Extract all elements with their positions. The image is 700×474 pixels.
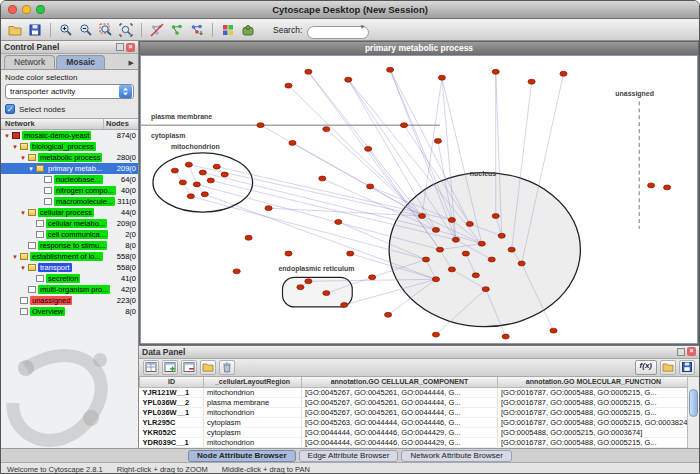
expander-icon[interactable]: ▼ [20, 210, 28, 216]
search-combo-arrow-icon[interactable]: ▼ [359, 24, 365, 30]
graph-node[interactable] [345, 77, 352, 82]
graph-node[interactable] [664, 185, 671, 190]
table-column-header[interactable]: annotation.GO MOLECULAR_FUNCTION [498, 377, 690, 388]
float-panel-icon[interactable] [116, 43, 124, 51]
create-attribute-icon[interactable] [162, 360, 178, 375]
plugin-manager-icon[interactable] [239, 21, 257, 39]
tree-column-nodes[interactable]: Nodes [104, 119, 138, 129]
table-column-header[interactable]: annotation.GO CELLULAR_COMPONENT [302, 377, 498, 388]
graph-node[interactable] [400, 123, 407, 128]
graph-node[interactable] [305, 69, 312, 74]
tree-row[interactable]: ▼biological_process [1, 141, 138, 152]
delete-attribute-icon[interactable] [181, 360, 197, 375]
graph-node[interactable] [385, 312, 392, 317]
table-row[interactable]: YPL036W__2plasma membrane[GO:0045267, GO… [140, 398, 690, 408]
graph-node[interactable] [452, 237, 459, 242]
save-session-icon[interactable] [26, 21, 44, 39]
graph-node[interactable] [436, 247, 443, 252]
table-row[interactable]: YJR121W__1mitochondrion[GO:0045267, GO:0… [140, 388, 690, 398]
graph-node[interactable] [482, 287, 489, 292]
graph-node[interactable] [550, 328, 557, 333]
graph-node[interactable] [478, 241, 485, 246]
tree-row[interactable]: cell communica...2(0 [1, 229, 138, 240]
close-panel-icon[interactable]: × [126, 43, 135, 52]
graph-node[interactable] [492, 69, 499, 74]
graph-edge[interactable] [269, 208, 422, 216]
graph-node[interactable] [193, 182, 200, 187]
tree-row[interactable]: nucleobase...64(0 [1, 174, 138, 185]
tree-row[interactable]: ▼primary metab...209(0 [1, 163, 138, 174]
expander-icon[interactable]: ▼ [20, 155, 28, 161]
tab-node-attribute-browser[interactable]: Node Attribute Browser [188, 450, 296, 462]
graph-node[interactable] [448, 218, 455, 223]
tab-network[interactable]: Network [4, 55, 55, 69]
graph-node[interactable] [488, 257, 495, 262]
expander-icon[interactable]: ▼ [28, 166, 36, 172]
expander-icon[interactable]: ▼ [20, 265, 28, 271]
close-window-icon[interactable] [8, 5, 17, 14]
graph-node[interactable] [367, 184, 374, 189]
graph-node[interactable] [171, 168, 178, 173]
graph-node[interactable] [221, 172, 228, 177]
close-panel-icon[interactable]: × [687, 347, 696, 356]
graph-node[interactable] [508, 247, 515, 252]
network-graph[interactable]: plasma membranecytoplasmmitochondrionnuc… [141, 56, 697, 343]
table-row[interactable]: YLR295Ccytoplasm[GO:0045263, GO:0044444,… [140, 418, 690, 428]
tree-row[interactable]: macromolecule...311(0 [1, 196, 138, 207]
hide-selected-icon[interactable] [148, 21, 166, 39]
expander-icon[interactable]: ▼ [4, 133, 12, 139]
graph-node[interactable] [245, 235, 252, 240]
table-row[interactable]: YDR039C__1mitochondrion[GO:0044444, GO:0… [140, 438, 690, 448]
network-view-title[interactable]: primary metabolic process [140, 42, 698, 55]
tree-row[interactable]: ▼mosaic-demo-yeast874(0 [1, 130, 138, 141]
graph-node[interactable] [285, 83, 292, 88]
graph-node[interactable] [323, 291, 330, 296]
graph-node[interactable] [472, 273, 479, 278]
graph-edge[interactable] [261, 125, 422, 216]
graph-edge[interactable] [308, 72, 422, 216]
select-attributes-icon[interactable] [143, 360, 159, 375]
graph-node[interactable] [289, 140, 296, 145]
graph-node[interactable] [560, 71, 567, 76]
graph-node[interactable] [323, 127, 330, 132]
tree-row[interactable]: ▼transport558(0 [1, 262, 138, 273]
graph-node[interactable] [185, 162, 192, 167]
tree-row[interactable]: nitrogen compo...40(0 [1, 185, 138, 196]
delete-row-icon[interactable] [219, 360, 235, 375]
graph-node[interactable] [257, 123, 264, 128]
zoom-out-icon[interactable] [77, 21, 95, 39]
graph-node[interactable] [648, 183, 655, 188]
graph-node[interactable] [418, 214, 425, 219]
expander-icon[interactable]: ▼ [12, 254, 20, 260]
graph-node[interactable] [432, 277, 439, 282]
tree-row[interactable]: cellular metabo...209(0 [1, 218, 138, 229]
node-color-dropdown[interactable]: transporter activity [5, 84, 134, 99]
tree-row[interactable]: ▼establishment of lo...558(0 [1, 251, 138, 262]
table-row[interactable]: YKR052Ccytoplasm[GO:0044444, GO:0044446,… [140, 428, 690, 438]
float-panel-icon[interactable] [677, 348, 685, 356]
graph-node[interactable] [462, 251, 469, 256]
graph-node[interactable] [434, 138, 441, 143]
graph-node[interactable] [187, 194, 194, 199]
graph-node[interactable] [422, 257, 429, 262]
graph-node[interactable] [347, 251, 354, 256]
graph-node[interactable] [199, 170, 206, 175]
table-row[interactable]: YPL036W__1mitochondrion[GO:0045267, GO:0… [140, 408, 690, 418]
tree-row[interactable]: multi-organism pro...42(0 [1, 284, 138, 295]
graph-node[interactable] [201, 192, 208, 197]
tree-row[interactable]: unassigned223(0 [1, 295, 138, 306]
graph-node[interactable] [432, 227, 439, 232]
graph-node[interactable] [305, 279, 312, 284]
select-nodes-checkbox[interactable]: ✓ [5, 104, 15, 114]
graph-node[interactable] [492, 214, 499, 219]
graph-node[interactable] [369, 275, 376, 280]
graph-node[interactable] [498, 233, 505, 238]
graph-node[interactable] [448, 267, 455, 272]
equation-builder-button[interactable]: f(x) [635, 360, 657, 375]
tree-row[interactable]: Overview8(0 [1, 306, 138, 317]
zoom-selected-region-icon[interactable] [97, 21, 115, 39]
tree-row[interactable]: secretion41(0 [1, 273, 138, 284]
graph-node[interactable] [387, 67, 394, 72]
expander-icon[interactable]: ▼ [12, 144, 20, 150]
table-column-header[interactable]: _cellularLayoutRegion [204, 377, 302, 388]
